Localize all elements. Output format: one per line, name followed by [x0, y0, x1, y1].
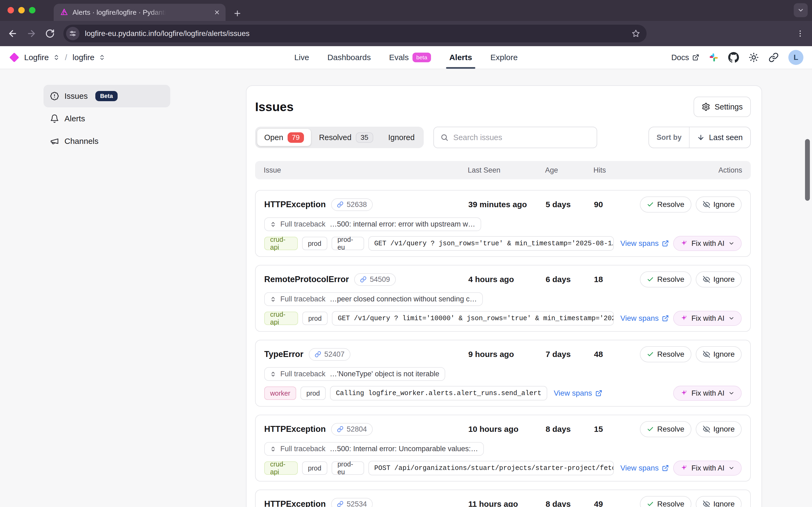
slack-icon[interactable] [709, 53, 718, 62]
traceback-toggle[interactable]: Full traceback …'NoneType' object is not… [264, 367, 445, 381]
share-link-icon[interactable] [768, 52, 779, 62]
view-spans-link[interactable]: View spans [554, 389, 602, 397]
back-button[interactable] [7, 29, 18, 39]
fix-with-ai-button[interactable]: Fix with AI [673, 311, 742, 326]
issue-id-badge[interactable]: 52534 [331, 498, 373, 507]
project-selector[interactable]: logfire [72, 53, 95, 62]
resolve-button[interactable]: Resolve [640, 346, 691, 362]
sidebar: Issues Beta Alerts Channels [44, 85, 170, 153]
issue-id-badge[interactable]: 54509 [354, 273, 396, 286]
ignore-button[interactable]: Ignore [696, 496, 742, 507]
url-bar[interactable]: logfire-eu.pydantic.info/logfire/logfire… [63, 25, 647, 42]
sidebar-item-issues[interactable]: Issues Beta [44, 85, 170, 107]
filter-ignored[interactable]: Ignored [381, 129, 422, 146]
chevrons-up-down-icon[interactable] [99, 54, 105, 61]
resolve-button[interactable]: Resolve [640, 421, 691, 437]
github-icon[interactable] [728, 52, 739, 63]
url-text[interactable]: logfire-eu.pydantic.info/logfire/logfire… [85, 29, 250, 38]
settings-button[interactable]: Settings [694, 97, 751, 117]
sidebar-item-channels[interactable]: Channels [44, 130, 170, 153]
env-tag: prod-eu [332, 461, 364, 475]
filter-resolved[interactable]: Resolved 35 [312, 129, 380, 146]
resolve-button[interactable]: Resolve [640, 196, 691, 213]
logfire-logo [9, 53, 19, 62]
tab-live[interactable]: Live [294, 46, 309, 69]
tab-search-chevron-button[interactable] [794, 3, 808, 17]
gear-icon [702, 103, 710, 111]
tab-strip: Alerts · logfire/logfire · Pydanti [0, 0, 812, 21]
org-selector[interactable]: Logfire [24, 53, 49, 62]
link-icon [337, 501, 343, 507]
view-spans-link[interactable]: View spans [620, 239, 669, 248]
ignore-button[interactable]: Ignore [696, 421, 742, 437]
col-last-seen[interactable]: Last Seen [468, 166, 545, 174]
tab-evals[interactable]: Evals beta [389, 46, 431, 69]
theme-sun-icon[interactable] [749, 52, 759, 62]
resolve-button[interactable]: Resolve [640, 496, 691, 507]
view-spans-link[interactable]: View spans [620, 464, 669, 472]
env-tag: prod-eu [332, 237, 364, 250]
issue-card: HTTPException 52534 11 hours ago 8 days … [255, 490, 751, 507]
sort-control[interactable]: Sort by Last seen [648, 127, 751, 148]
site-controls-icon[interactable] [66, 27, 79, 40]
check-icon [647, 351, 654, 358]
minimize-window-button[interactable] [18, 7, 25, 13]
traceback-detail: …500: internal error: error with upstrea… [330, 220, 475, 228]
tab-title: Alerts · logfire/logfire · Pydanti [72, 8, 166, 17]
traceback-label: Full traceback [280, 220, 325, 228]
traceback-toggle[interactable]: Full traceback …500: internal error: err… [264, 217, 481, 231]
search-box[interactable] [433, 127, 597, 148]
ignore-button[interactable]: Ignore [696, 196, 742, 213]
eye-off-icon [703, 201, 710, 208]
issue-name: HTTPException [264, 499, 326, 507]
issue-id-badge[interactable]: 52407 [309, 348, 350, 361]
tab-explore[interactable]: Explore [490, 46, 518, 69]
bookmark-star-icon[interactable] [632, 29, 640, 38]
issue-name: HTTPException [264, 200, 326, 209]
env-tag: prod [301, 387, 326, 400]
issue-id-badge[interactable]: 52638 [331, 199, 373, 211]
close-window-button[interactable] [7, 7, 14, 13]
search-input[interactable] [453, 133, 590, 142]
chevrons-up-down-icon[interactable] [53, 54, 60, 61]
sidebar-item-label: Alerts [64, 114, 85, 123]
issue-id-badge[interactable]: 52804 [331, 423, 373, 436]
issue-last-seen: 4 hours ago [468, 275, 546, 284]
fix-with-ai-button[interactable]: Fix with AI [673, 461, 742, 475]
bell-icon [50, 114, 59, 123]
ignore-button[interactable]: Ignore [696, 271, 742, 287]
tab-dashboards[interactable]: Dashboards [327, 46, 371, 69]
tab-close-icon[interactable] [214, 9, 220, 15]
env-tag: crud-api [264, 237, 298, 250]
ignore-button[interactable]: Ignore [696, 346, 742, 362]
tab-alerts[interactable]: Alerts [449, 46, 472, 69]
browser-tab[interactable]: Alerts · logfire/logfire · Pydanti [54, 4, 225, 21]
fix-with-ai-button[interactable]: Fix with AI [673, 386, 742, 401]
view-spans-link[interactable]: View spans [620, 314, 669, 323]
expand-icon [270, 221, 276, 227]
expand-icon [270, 446, 276, 452]
search-icon [440, 133, 448, 142]
traceback-toggle[interactable]: Full traceback …peer closed connection w… [264, 292, 483, 306]
zoom-window-button[interactable] [29, 7, 36, 13]
sidebar-item-alerts[interactable]: Alerts [44, 107, 170, 130]
check-icon [647, 426, 654, 433]
browser-menu-icon[interactable] [796, 29, 805, 38]
resolved-count-badge: 35 [356, 132, 373, 143]
page-scrollbar-thumb[interactable] [805, 139, 810, 201]
user-avatar[interactable]: L [789, 50, 803, 65]
filter-open[interactable]: Open 79 [257, 129, 311, 146]
fix-with-ai-button[interactable]: Fix with AI [673, 236, 742, 251]
expand-icon [270, 296, 276, 302]
new-tab-button[interactable] [233, 9, 242, 18]
col-age[interactable]: Age [545, 166, 593, 174]
sort-value-button[interactable]: Last seen [690, 127, 750, 148]
docs-link[interactable]: Docs [671, 53, 699, 62]
traceback-label: Full traceback [280, 445, 325, 453]
traceback-toggle[interactable]: Full traceback …500: Internal error: Unc… [264, 442, 484, 456]
resolve-button[interactable]: Resolve [640, 271, 691, 287]
forward-button[interactable] [26, 29, 37, 39]
reload-button[interactable] [45, 29, 55, 38]
col-hits[interactable]: Hits [593, 166, 631, 174]
status-filter: Open 79 Resolved 35 Ignored [255, 127, 424, 148]
